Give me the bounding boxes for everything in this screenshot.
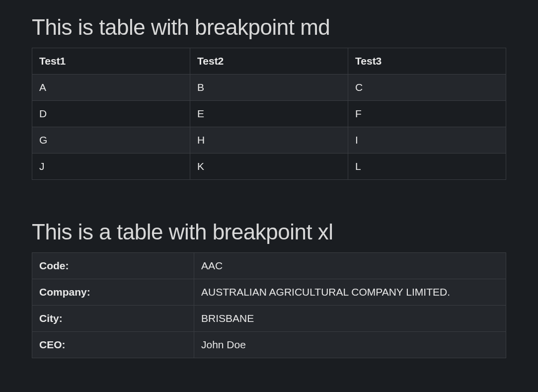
table-row: CEO: John Doe xyxy=(32,332,506,358)
table-header-cell: Test3 xyxy=(348,48,506,75)
table-label-cell: Code: xyxy=(32,253,194,279)
table-cell: L xyxy=(348,154,506,180)
table-cell: G xyxy=(32,127,190,154)
table-row: G H I xyxy=(32,127,506,154)
table-row: City: BRISBANE xyxy=(32,306,506,332)
table-cell: J xyxy=(32,154,190,180)
table-row: Code: AAC xyxy=(32,253,506,279)
table-cell: I xyxy=(348,127,506,154)
table-header-cell: Test1 xyxy=(32,48,190,75)
table-value-cell: AAC xyxy=(194,253,506,279)
table-row: D E F xyxy=(32,101,506,127)
table-cell: B xyxy=(190,75,348,101)
table-header-row: Test1 Test2 Test3 xyxy=(32,48,506,75)
table-value-cell: John Doe xyxy=(194,332,506,358)
table-xl: Code: AAC Company: AUSTRALIAN AGRICULTUR… xyxy=(32,252,506,358)
table-row: Company: AUSTRALIAN AGRICULTURAL COMPANY… xyxy=(32,279,506,306)
table-cell: C xyxy=(348,75,506,101)
page-container: This is table with breakpoint md Test1 T… xyxy=(0,0,538,373)
table-cell: A xyxy=(32,75,190,101)
table-cell: E xyxy=(190,101,348,127)
table-label-cell: City: xyxy=(32,306,194,332)
table-row: J K L xyxy=(32,154,506,180)
table-value-cell: BRISBANE xyxy=(194,306,506,332)
table-row: A B C xyxy=(32,75,506,101)
table-cell: F xyxy=(348,101,506,127)
table-cell: D xyxy=(32,101,190,127)
table-value-cell: AUSTRALIAN AGRICULTURAL COMPANY LIMITED. xyxy=(194,279,506,306)
table-label-cell: Company: xyxy=(32,279,194,306)
table-header-cell: Test2 xyxy=(190,48,348,75)
section-title-xl: This is a table with breakpoint xl xyxy=(32,220,506,244)
table-md: Test1 Test2 Test3 A B C D E F G H I J xyxy=(32,48,506,180)
table-cell: H xyxy=(190,127,348,154)
table-cell: K xyxy=(190,154,348,180)
table-label-cell: CEO: xyxy=(32,332,194,358)
section-title-md: This is table with breakpoint md xyxy=(32,15,506,40)
